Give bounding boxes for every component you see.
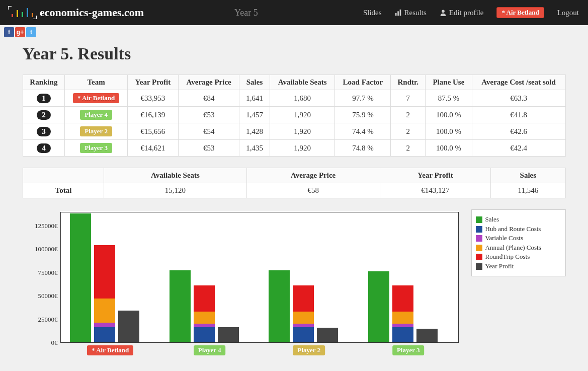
- y-tick-label: 25000€: [23, 316, 58, 324]
- legend-item: Hub and Route Costs: [476, 225, 561, 233]
- team-badge: Player 3: [80, 143, 112, 153]
- th-avg-price: Average Price: [178, 75, 239, 90]
- bar-year-profit: [118, 311, 139, 342]
- th-team: Team: [65, 75, 128, 90]
- bar-year-profit: [416, 329, 438, 342]
- rank-pill: 3: [37, 127, 51, 136]
- table-row: 2Player 4€16,139€531,4571,92075.9 %2100.…: [23, 107, 565, 123]
- team-badge: Player 2: [80, 126, 112, 136]
- bar-costs-stack: [94, 245, 115, 342]
- table-row: 4Player 3€14,621€531,4351,92074.8 %2100.…: [23, 140, 565, 157]
- bar-costs-stack: [293, 285, 314, 342]
- y-tick-label: 75000€: [23, 269, 58, 277]
- chart-legend: SalesHub and Route CostsVariable CostsAn…: [471, 209, 566, 276]
- legend-item: Year Profit: [476, 262, 561, 270]
- rank-pill: 4: [37, 143, 51, 153]
- th-tot-sales: Sales: [491, 168, 565, 183]
- twitter-icon[interactable]: t: [26, 27, 36, 37]
- th-tot-avail-seats: Available Seats: [104, 168, 246, 183]
- bar-year-profit: [218, 327, 239, 342]
- bar-sales: [269, 270, 290, 342]
- y-tick-label: 0€: [23, 339, 58, 347]
- navbar: economics-games.com Year 5 Slides Result…: [0, 0, 588, 25]
- tot-avail-seats: 15,120: [104, 183, 246, 198]
- y-tick-label: 50000€: [23, 292, 58, 300]
- table-row: 1* Air Betland€33,953€841,6411,68097.7 %…: [23, 90, 565, 107]
- team-badge: Player 4: [80, 110, 112, 120]
- bar-sales: [70, 213, 91, 342]
- tot-year-profit: €143,127: [380, 183, 490, 198]
- team-badge: * Air Betland: [73, 93, 119, 103]
- bar-costs-stack: [194, 285, 215, 342]
- nav-logout-link[interactable]: Logout: [557, 9, 579, 17]
- bar-costs-stack: [392, 285, 413, 342]
- th-load-factor: Load Factor: [335, 75, 391, 90]
- bar-sales: [170, 270, 191, 342]
- legend-item: RoundTrip Costs: [476, 253, 561, 261]
- th-sales: Sales: [239, 75, 270, 90]
- chart-area: * Air BetlandPlayer 4Player 2Player 3 0€…: [23, 209, 566, 360]
- tot-avg-price: €58: [246, 183, 380, 198]
- th-year-profit: Year Profit: [127, 75, 178, 90]
- nav-results-link[interactable]: Results: [395, 9, 427, 17]
- legend-item: Variable Costs: [476, 234, 561, 242]
- page-title: Year 5. Results: [23, 44, 566, 63]
- bar-sales: [368, 271, 389, 342]
- totals-label: Total: [23, 183, 104, 198]
- bar-year-profit: [317, 328, 338, 342]
- svg-point-3: [442, 10, 445, 13]
- user-icon: [440, 9, 447, 16]
- x-category-badge: Player 4: [194, 345, 226, 355]
- nav-slides-link[interactable]: Slides: [363, 9, 382, 17]
- table-row: 3Player 2€15,656€541,4281,92074.4 %2100.…: [23, 123, 565, 140]
- bar-chart-icon: [395, 9, 402, 16]
- y-tick-label: 125000€: [23, 222, 58, 230]
- legend-item: Sales: [476, 215, 561, 224]
- nav-year-label: Year 5: [234, 8, 258, 18]
- rank-pill: 2: [37, 110, 51, 120]
- th-tot-avg-price: Average Price: [246, 168, 380, 183]
- y-tick-label: 100000€: [23, 245, 58, 253]
- brand-text: economics-games.com: [40, 6, 144, 19]
- facebook-icon[interactable]: f: [4, 27, 14, 37]
- rank-pill: 1: [37, 94, 51, 103]
- x-category-badge: Player 2: [293, 345, 325, 355]
- th-ranking: Ranking: [23, 75, 65, 90]
- current-player-badge[interactable]: * Air Betland: [496, 7, 544, 18]
- th-tot-year-profit: Year Profit: [380, 168, 490, 183]
- legend-item: Annual (Plane) Costs: [476, 244, 561, 252]
- nav-edit-profile-link[interactable]: Edit profile: [440, 9, 484, 17]
- th-rndtr: Rndtr.: [391, 75, 426, 90]
- tot-sales: 11,546: [491, 183, 565, 198]
- social-row: f g+ t: [0, 25, 588, 39]
- x-category-badge: * Air Betland: [87, 345, 133, 355]
- chart-plot: * Air BetlandPlayer 4Player 2Player 3 0€…: [23, 209, 461, 360]
- brand-logo-icon: [9, 7, 36, 18]
- nav-right: Slides Results Edit profile * Air Betlan…: [363, 7, 579, 18]
- svg-rect-0: [395, 13, 396, 16]
- svg-rect-2: [399, 10, 401, 16]
- th-avg-cost-seat: Average Cost /seat sold: [472, 75, 565, 90]
- svg-rect-1: [397, 11, 399, 16]
- brand[interactable]: economics-games.com: [9, 6, 144, 19]
- x-category-badge: Player 3: [392, 345, 425, 355]
- totals-table: Available Seats Average Price Year Profi…: [23, 168, 566, 198]
- th-plane-use: Plane Use: [426, 75, 472, 90]
- google-plus-icon[interactable]: g+: [15, 27, 25, 37]
- th-avail-seats: Available Seats: [270, 75, 335, 90]
- results-table: Ranking Team Year Profit Average Price S…: [23, 75, 566, 157]
